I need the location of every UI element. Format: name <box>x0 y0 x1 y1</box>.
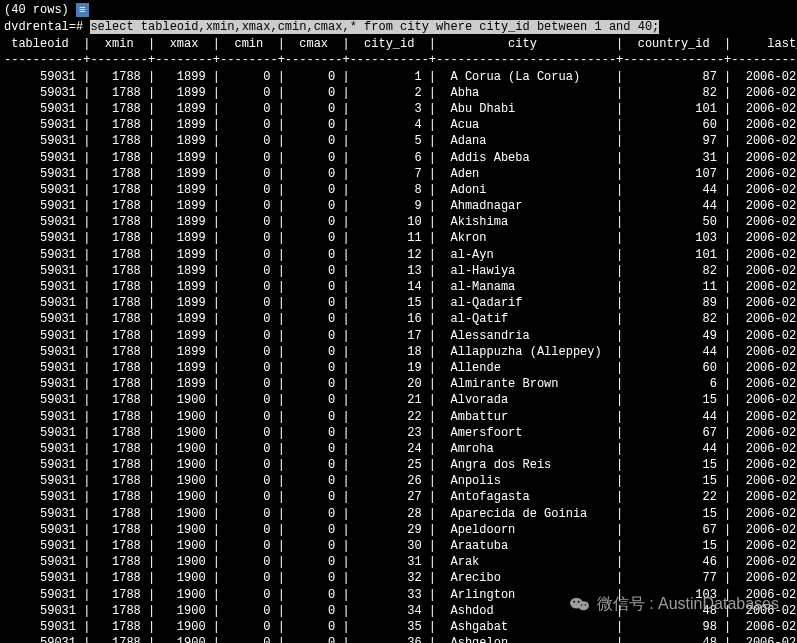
table-row: 59031 | 1788 | 1900 | 0 | 0 | 23 | Amers… <box>4 425 793 441</box>
table-row: 59031 | 1788 | 1900 | 0 | 0 | 28 | Apare… <box>4 506 793 522</box>
table-row: 59031 | 1788 | 1900 | 0 | 0 | 31 | Arak … <box>4 554 793 570</box>
table-row: 59031 | 1788 | 1900 | 0 | 0 | 26 | Anpol… <box>4 473 793 489</box>
table-row: 59031 | 1788 | 1899 | 0 | 0 | 3 | Abu Dh… <box>4 101 793 117</box>
table-row: 59031 | 1788 | 1900 | 0 | 0 | 24 | Amroh… <box>4 441 793 457</box>
table-header: tableoid | xmin | xmax | cmin | cmax | c… <box>4 36 793 52</box>
table-row: 59031 | 1788 | 1899 | 0 | 0 | 7 | Aden |… <box>4 166 793 182</box>
table-row: 59031 | 1788 | 1899 | 0 | 0 | 10 | Akish… <box>4 214 793 230</box>
table-row: 59031 | 1788 | 1900 | 0 | 0 | 34 | Ashdo… <box>4 603 793 619</box>
table-row: 59031 | 1788 | 1900 | 0 | 0 | 25 | Angra… <box>4 457 793 473</box>
table-row: 59031 | 1788 | 1899 | 0 | 0 | 17 | Aless… <box>4 328 793 344</box>
table-row: 59031 | 1788 | 1900 | 0 | 0 | 35 | Ashga… <box>4 619 793 635</box>
table-row: 59031 | 1788 | 1899 | 0 | 0 | 6 | Addis … <box>4 150 793 166</box>
table-row: 59031 | 1788 | 1900 | 0 | 0 | 30 | Araat… <box>4 538 793 554</box>
table-row: 59031 | 1788 | 1900 | 0 | 0 | 27 | Antof… <box>4 489 793 505</box>
table-row: 59031 | 1788 | 1900 | 0 | 0 | 32 | Areci… <box>4 570 793 586</box>
table-row: 59031 | 1788 | 1899 | 0 | 0 | 16 | al-Qa… <box>4 311 793 327</box>
table-row: 59031 | 1788 | 1899 | 0 | 0 | 5 | Adana … <box>4 133 793 149</box>
table-row: 59031 | 1788 | 1899 | 0 | 0 | 4 | Acua |… <box>4 117 793 133</box>
menu-icon[interactable]: ≡ <box>76 3 89 17</box>
table-row: 59031 | 1788 | 1899 | 0 | 0 | 11 | Akron… <box>4 230 793 246</box>
table-row: 59031 | 1788 | 1900 | 0 | 0 | 33 | Arlin… <box>4 587 793 603</box>
table-row: 59031 | 1788 | 1899 | 0 | 0 | 12 | al-Ay… <box>4 247 793 263</box>
table-row: 59031 | 1788 | 1899 | 0 | 0 | 1 | A Coru… <box>4 69 793 85</box>
table-row: 59031 | 1788 | 1900 | 0 | 0 | 22 | Ambat… <box>4 409 793 425</box>
table-row: 59031 | 1788 | 1899 | 0 | 0 | 18 | Allap… <box>4 344 793 360</box>
sql-command: select tableoid,xmin,xmax,cmin,cmax,* fr… <box>90 20 659 34</box>
table-row: 59031 | 1788 | 1899 | 0 | 0 | 14 | al-Ma… <box>4 279 793 295</box>
prompt-line[interactable]: dvdrental=# select tableoid,xmin,xmax,cm… <box>4 19 793 35</box>
table-row: 59031 | 1788 | 1899 | 0 | 0 | 9 | Ahmadn… <box>4 198 793 214</box>
db-prompt: dvdrental=# <box>4 20 83 34</box>
table-row: 59031 | 1788 | 1900 | 0 | 0 | 29 | Apeld… <box>4 522 793 538</box>
top-status: (40 rows) <box>4 3 69 17</box>
table-row: 59031 | 1788 | 1899 | 0 | 0 | 15 | al-Qa… <box>4 295 793 311</box>
table-row: 59031 | 1788 | 1899 | 0 | 0 | 8 | Adoni … <box>4 182 793 198</box>
table-body: 59031 | 1788 | 1899 | 0 | 0 | 1 | A Coru… <box>4 69 793 643</box>
table-row: 59031 | 1788 | 1899 | 0 | 0 | 20 | Almir… <box>4 376 793 392</box>
table-row: 59031 | 1788 | 1900 | 0 | 0 | 36 | Ashqe… <box>4 635 793 643</box>
table-divider: -----------+--------+--------+--------+-… <box>4 52 793 68</box>
table-row: 59031 | 1788 | 1900 | 0 | 0 | 21 | Alvor… <box>4 392 793 408</box>
table-row: 59031 | 1788 | 1899 | 0 | 0 | 19 | Allen… <box>4 360 793 376</box>
table-row: 59031 | 1788 | 1899 | 0 | 0 | 13 | al-Ha… <box>4 263 793 279</box>
table-row: 59031 | 1788 | 1899 | 0 | 0 | 2 | Abha |… <box>4 85 793 101</box>
